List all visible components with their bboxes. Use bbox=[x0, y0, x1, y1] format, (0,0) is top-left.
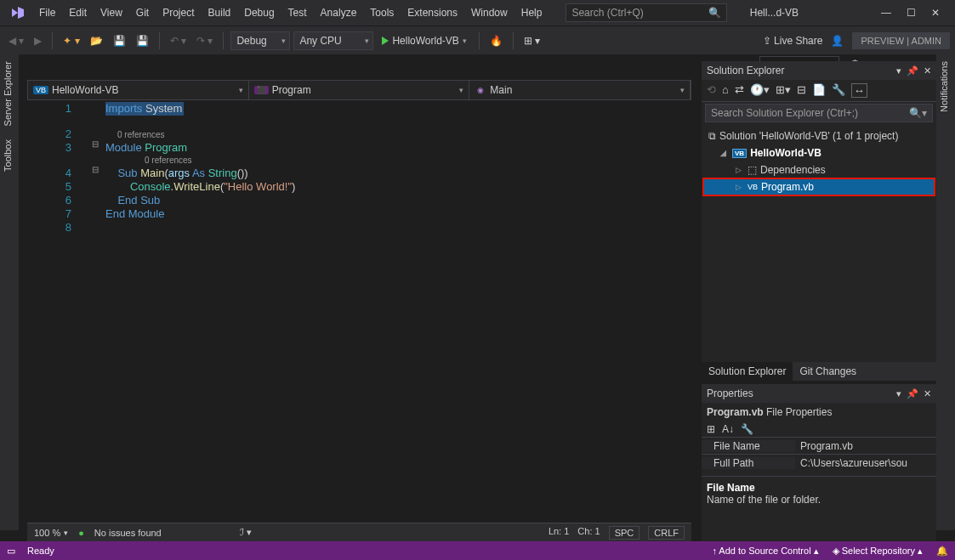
menu-extensions[interactable]: Extensions bbox=[401, 3, 464, 22]
project-node[interactable]: ◢VBHelloWorld-VB bbox=[703, 144, 935, 161]
nav-member-dropdown[interactable]: ◉Main bbox=[469, 81, 691, 99]
maximize-button[interactable]: ☐ bbox=[907, 7, 916, 19]
platform-dropdown[interactable]: Any CPU bbox=[293, 31, 373, 50]
play-icon bbox=[382, 37, 389, 45]
indent-mode[interactable]: SPC bbox=[609, 526, 640, 540]
toolbar-overflow-icon[interactable]: ⊞ ▾ bbox=[520, 33, 543, 48]
close-button[interactable]: ✕ bbox=[931, 7, 940, 19]
git-changes-tab[interactable]: Git Changes bbox=[793, 362, 863, 381]
nav-back-button[interactable]: ◀ ▾ bbox=[5, 33, 27, 48]
menu-window[interactable]: Window bbox=[464, 3, 514, 22]
window-title: Hell...d-VB bbox=[744, 7, 804, 19]
file-node-program[interactable]: ▷VBProgram.vb bbox=[703, 178, 935, 195]
close-icon[interactable]: ✕ bbox=[924, 65, 931, 76]
notifications-bell-icon[interactable]: 🔔 bbox=[936, 546, 948, 557]
line-number-gutter: 12345678 bbox=[27, 100, 87, 504]
menu-project[interactable]: Project bbox=[156, 3, 201, 22]
save-all-button[interactable]: 💾 bbox=[133, 33, 152, 48]
undo-button[interactable]: ↶ ▾ bbox=[167, 33, 190, 48]
preview-icon[interactable]: ↔ bbox=[851, 83, 867, 98]
pin-icon[interactable]: 📌 bbox=[907, 65, 918, 76]
feedback-icon[interactable]: 👤 bbox=[831, 35, 844, 47]
dropdown-icon[interactable]: ▾ bbox=[896, 388, 901, 399]
solution-search-input[interactable]: Search Solution Explorer (Ctrl+;) 🔍▾ bbox=[705, 104, 933, 122]
menu-help[interactable]: Help bbox=[514, 3, 549, 22]
expander-icon[interactable]: ◢ bbox=[720, 149, 729, 157]
menu-test[interactable]: Test bbox=[281, 3, 314, 22]
properties-title: Properties ▾📌✕ bbox=[702, 384, 936, 403]
redo-button[interactable]: ↷ ▾ bbox=[193, 33, 216, 48]
preview-admin-badge[interactable]: PREVIEW | ADMIN bbox=[852, 32, 950, 49]
dependencies-node[interactable]: ▷⬚Dependencies bbox=[703, 161, 935, 178]
close-icon[interactable]: ✕ bbox=[924, 388, 931, 399]
quick-search-input[interactable]: Search (Ctrl+Q) 🔍 bbox=[566, 3, 727, 22]
nav-fwd-button[interactable]: ▶ bbox=[31, 33, 45, 48]
dependencies-icon: ⬚ bbox=[748, 164, 757, 176]
filter-icon[interactable]: ⊞▾ bbox=[776, 83, 791, 98]
save-button[interactable]: 💾 bbox=[110, 33, 129, 48]
property-pages-icon[interactable]: 🔧 bbox=[741, 423, 753, 435]
open-file-button[interactable]: 📂 bbox=[87, 33, 106, 48]
back-icon[interactable]: ⟲ bbox=[707, 83, 716, 98]
menu-build[interactable]: Build bbox=[202, 3, 238, 22]
solution-tree: ⧉Solution 'HelloWorld-VB' (1 of 1 projec… bbox=[702, 124, 936, 362]
title-bar: File Edit View Git Project Build Debug T… bbox=[0, 0, 955, 25]
home-icon[interactable]: ⌂ bbox=[722, 83, 729, 98]
minimize-button[interactable]: — bbox=[881, 7, 891, 19]
menu-analyze[interactable]: Analyze bbox=[314, 3, 364, 22]
menu-view[interactable]: View bbox=[94, 3, 129, 22]
right-tool-tabs: Notifications bbox=[936, 54, 955, 530]
pin-icon[interactable]: 📌 bbox=[907, 388, 918, 399]
menu-file[interactable]: File bbox=[32, 3, 62, 22]
alphabetical-icon[interactable]: A↓ bbox=[722, 423, 734, 435]
fold-toggle[interactable]: ⊟ bbox=[88, 139, 102, 149]
add-source-control-button[interactable]: ↑ Add to Source Control ▴ bbox=[712, 546, 818, 557]
expander-icon[interactable]: ▷ bbox=[736, 183, 744, 191]
line-indicator[interactable]: Ln: 1 bbox=[549, 526, 569, 540]
output-icon[interactable]: ▭ bbox=[7, 546, 15, 557]
nav-type-dropdown[interactable]: ⬛Program bbox=[249, 81, 470, 99]
solution-explorer-tab[interactable]: Solution Explorer bbox=[702, 362, 793, 381]
configuration-dropdown[interactable]: Debug bbox=[230, 31, 290, 50]
line-ending-mode[interactable]: CRLF bbox=[648, 526, 685, 540]
notifications-tab[interactable]: Notifications bbox=[936, 54, 952, 119]
fold-toggle[interactable]: ⊟ bbox=[88, 165, 102, 174]
status-bar: ▭ Ready ↑ Add to Source Control ▴ ◈ Sele… bbox=[0, 541, 955, 560]
code-editor[interactable]: 💡 12345678 ⊟ ⊟ Imports System 0 referenc… bbox=[27, 100, 691, 523]
solution-node[interactable]: ⧉Solution 'HelloWorld-VB' (1 of 1 projec… bbox=[703, 127, 935, 144]
refresh-icon[interactable]: 🕐▾ bbox=[750, 83, 770, 98]
nav-project-dropdown[interactable]: VBHelloWorld-VB bbox=[28, 81, 249, 99]
select-repository-button[interactable]: ◈ Select Repository ▴ bbox=[833, 546, 923, 557]
new-project-button[interactable]: ✦ ▾ bbox=[60, 33, 82, 48]
menu-tools[interactable]: Tools bbox=[363, 3, 401, 22]
menu-debug[interactable]: Debug bbox=[237, 3, 281, 22]
properties-icon[interactable]: 🔧 bbox=[832, 83, 845, 98]
collapse-icon[interactable]: ⊟ bbox=[797, 83, 806, 98]
property-row[interactable]: File NameProgram.vb bbox=[702, 437, 936, 454]
codelens-references[interactable]: 0 references bbox=[105, 129, 678, 141]
toolbox-tab[interactable]: Toolbox bbox=[0, 133, 15, 178]
main-menu: File Edit View Git Project Build Debug T… bbox=[32, 3, 549, 22]
expander-icon[interactable]: ▷ bbox=[736, 166, 744, 174]
server-explorer-tab[interactable]: Server Explorer bbox=[0, 54, 15, 133]
live-share-button[interactable]: ⇪ Live Share bbox=[763, 35, 823, 47]
sync-icon[interactable]: ⇄ bbox=[735, 83, 744, 98]
health-indicator-icon[interactable]: ℐ ▾ bbox=[240, 527, 252, 538]
property-row[interactable]: Full PathC:\Users\azureuser\sou bbox=[702, 454, 936, 471]
issues-status[interactable]: No issues found bbox=[94, 528, 162, 538]
start-debugging-button[interactable]: HelloWorld-VB ▾ bbox=[377, 35, 471, 47]
zoom-control[interactable]: 100 % ▾ bbox=[34, 528, 68, 538]
show-all-icon[interactable]: 📄 bbox=[812, 83, 826, 98]
check-icon: ● bbox=[78, 528, 84, 538]
hot-reload-icon[interactable]: 🔥 bbox=[486, 33, 506, 48]
properties-grid: File NameProgram.vb Full PathC:\Users\az… bbox=[702, 437, 936, 471]
menu-git[interactable]: Git bbox=[129, 3, 156, 22]
properties-panel: Properties ▾📌✕ Program.vb File Propertie… bbox=[702, 384, 936, 541]
solution-explorer-title: Solution Explorer ▾📌✕ bbox=[702, 61, 936, 80]
dropdown-icon[interactable]: ▾ bbox=[896, 65, 901, 76]
categorized-icon[interactable]: ⊞ bbox=[707, 423, 715, 435]
solution-explorer-panel: Solution Explorer ▾📌✕ ⟲ ⌂ ⇄ 🕐▾ ⊞▾ ⊟ 📄 🔧 … bbox=[702, 61, 936, 381]
menu-edit[interactable]: Edit bbox=[62, 3, 94, 22]
char-indicator[interactable]: Ch: 1 bbox=[577, 526, 600, 540]
codelens-references[interactable]: 0 references bbox=[105, 155, 678, 167]
